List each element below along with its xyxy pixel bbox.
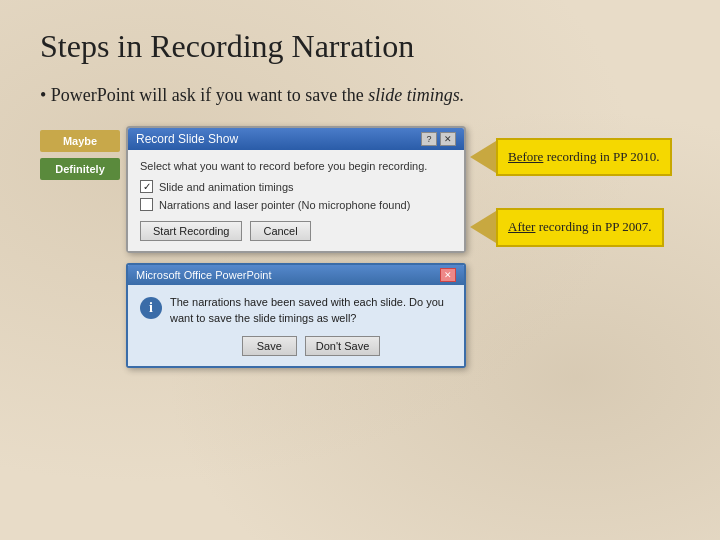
arrow-to-bottom-dialog	[470, 211, 496, 243]
pp2007-buttons: Save Don't Save	[170, 336, 452, 356]
checkbox-slide-timings[interactable]: ✓	[140, 180, 153, 193]
checkbox-narrations[interactable]	[140, 198, 153, 211]
annotation-bottom-underline: After	[508, 219, 535, 234]
arrow-to-top-dialog	[470, 141, 496, 173]
bottom-annotation-row: After recording in PP 2007.	[470, 208, 672, 246]
slide-container: Steps in Recording Narration • PowerPoin…	[0, 0, 720, 540]
dont-save-button[interactable]: Don't Save	[305, 336, 380, 356]
record-slide-show-dialog: Record Slide Show ? ✕ Select what you wa…	[126, 126, 466, 253]
start-recording-button[interactable]: Start Recording	[140, 221, 242, 241]
titlebar-buttons: ? ✕	[421, 132, 456, 146]
close-button[interactable]: ✕	[440, 132, 456, 146]
dialog-titlebar: Record Slide Show ? ✕	[128, 128, 464, 150]
top-annotation-row: Before recording in PP 2010.	[470, 138, 672, 176]
annotation-bottom: After recording in PP 2007.	[496, 208, 664, 246]
pp2007-title: Microsoft Office PowerPoint	[136, 269, 272, 281]
maybe-button[interactable]: Maybe	[40, 130, 120, 152]
annotation-top-underline: Before	[508, 149, 543, 164]
checkbox-label-2: Narrations and laser pointer (No microph…	[159, 199, 410, 211]
cancel-button[interactable]: Cancel	[250, 221, 310, 241]
annotation-top-text: recording in PP 2010.	[547, 149, 660, 164]
pp2007-dialog: Microsoft Office PowerPoint ✕ i The narr…	[126, 263, 466, 368]
pp2007-titlebar: Microsoft Office PowerPoint ✕	[128, 265, 464, 285]
annotation-top: Before recording in PP 2010.	[496, 138, 672, 176]
annotations-area: Before recording in PP 2010. After recor…	[470, 126, 672, 246]
help-button[interactable]: ?	[421, 132, 437, 146]
save-button[interactable]: Save	[242, 336, 297, 356]
info-icon: i	[140, 297, 162, 319]
checkbox-row-1: ✓ Slide and animation timings	[140, 180, 452, 193]
dialog-instruction: Select what you want to record before yo…	[140, 160, 452, 172]
dialogs-side: Record Slide Show ? ✕ Select what you wa…	[126, 126, 466, 368]
bullet-italic: slide timings.	[368, 85, 464, 105]
bullet-text: • PowerPoint will ask if you want to sav…	[40, 83, 680, 108]
dialog-body: Select what you want to record before yo…	[128, 150, 464, 251]
pp2007-message: The narrations have been saved with each…	[170, 295, 452, 326]
checkbox-label-1: Slide and animation timings	[159, 181, 294, 193]
pp2007-body: i The narrations have been saved with ea…	[128, 285, 464, 366]
definitely-button[interactable]: Definitely	[40, 158, 120, 180]
dialog-title: Record Slide Show	[136, 132, 238, 146]
annotation-bottom-text: recording in PP 2007.	[539, 219, 652, 234]
dialog-buttons: Start Recording Cancel	[140, 221, 452, 241]
main-content: Maybe Definitely Record Slide Show ? ✕ S…	[40, 126, 680, 368]
left-side-buttons: Maybe Definitely	[40, 130, 120, 180]
slide-title: Steps in Recording Narration	[40, 28, 680, 65]
checkbox-row-2: Narrations and laser pointer (No microph…	[140, 198, 452, 211]
pp2007-close-button[interactable]: ✕	[440, 268, 456, 282]
